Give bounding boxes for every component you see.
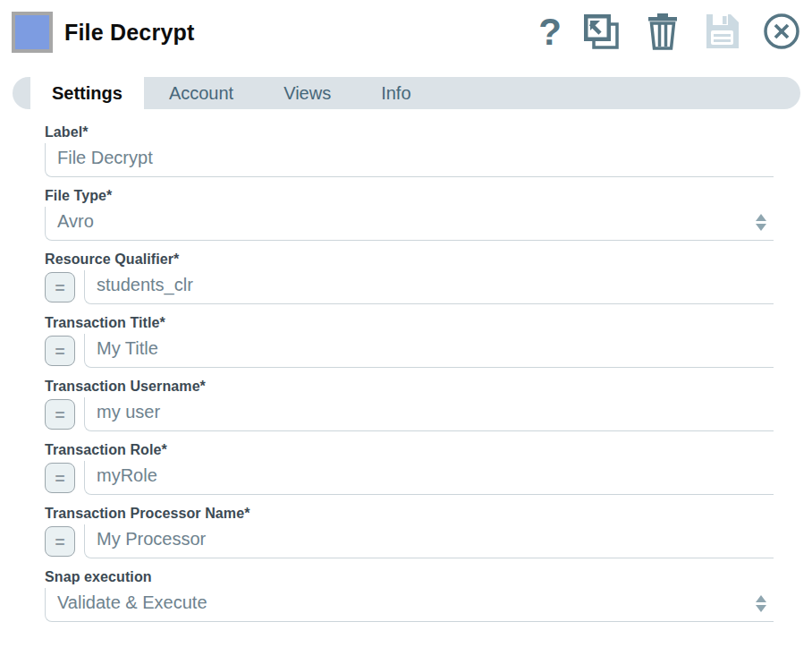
field-snap-execution: Snap execution Validate & Execute — [45, 569, 774, 622]
expression-toggle-button[interactable]: = — [45, 399, 75, 430]
field-label-text: Label* — [45, 124, 774, 141]
field-label-text: Transaction Processor Name* — [45, 506, 774, 522]
transaction-processor-name-input[interactable] — [84, 524, 774, 558]
select-spinner-icon — [756, 594, 766, 611]
field-label-text: Transaction Title* — [45, 315, 774, 331]
close-button[interactable] — [762, 12, 801, 53]
field-transaction-title: Transaction Title* = — [45, 315, 774, 368]
dialog-header: File Decrypt ? — [0, 0, 812, 55]
delete-button[interactable] — [642, 12, 683, 53]
field-transaction-username: Transaction Username* = — [45, 379, 774, 431]
select-spinner-icon — [756, 213, 766, 230]
transaction-username-input[interactable] — [84, 397, 774, 431]
snap-icon — [12, 12, 53, 53]
expression-toggle-button[interactable]: = — [45, 463, 75, 493]
transaction-role-input[interactable] — [84, 461, 774, 495]
close-icon — [762, 12, 801, 54]
file-type-value: Avro — [57, 211, 774, 232]
file-type-select[interactable]: Avro — [45, 207, 774, 241]
tab-bar: Settings Account Views Info — [13, 77, 800, 109]
help-icon: ? — [538, 12, 562, 53]
tab-info[interactable]: Info — [356, 77, 436, 109]
label-input[interactable] — [45, 143, 774, 177]
tab-views[interactable]: Views — [258, 77, 356, 109]
trash-icon — [642, 11, 683, 55]
save-button[interactable] — [702, 12, 743, 53]
field-label-text: Transaction Role* — [45, 442, 774, 458]
tab-account[interactable]: Account — [144, 77, 258, 109]
field-resource-qualifier: Resource Qualifier* = — [45, 251, 774, 304]
field-file-type: File Type* Avro — [45, 188, 774, 241]
expression-toggle-button[interactable]: = — [45, 336, 75, 366]
tab-settings[interactable]: Settings — [30, 77, 144, 109]
expression-toggle-button[interactable]: = — [45, 526, 75, 557]
field-label-text: Resource Qualifier* — [45, 251, 774, 268]
field-label: Label* — [45, 124, 774, 177]
field-label-text: File Type* — [45, 188, 774, 204]
resource-qualifier-input[interactable] — [84, 270, 774, 304]
save-icon — [702, 11, 743, 55]
toolbar: ? — [538, 12, 801, 53]
snap-execution-select[interactable]: Validate & Execute — [45, 588, 774, 622]
help-button[interactable]: ? — [538, 12, 562, 53]
transaction-title-input[interactable] — [84, 334, 774, 368]
settings-form: Label* File Type* Avro Resource Qualifie… — [0, 109, 812, 622]
expression-toggle-button[interactable]: = — [45, 272, 75, 302]
field-transaction-processor-name: Transaction Processor Name* = — [45, 506, 774, 558]
field-transaction-role: Transaction Role* = — [45, 442, 774, 495]
popout-button[interactable] — [580, 12, 623, 53]
dialog-title: File Decrypt — [64, 20, 195, 46]
popout-icon — [580, 11, 623, 55]
field-label-text: Transaction Username* — [45, 379, 774, 395]
snap-execution-value: Validate & Execute — [57, 592, 774, 613]
field-label-text: Snap execution — [45, 569, 774, 585]
